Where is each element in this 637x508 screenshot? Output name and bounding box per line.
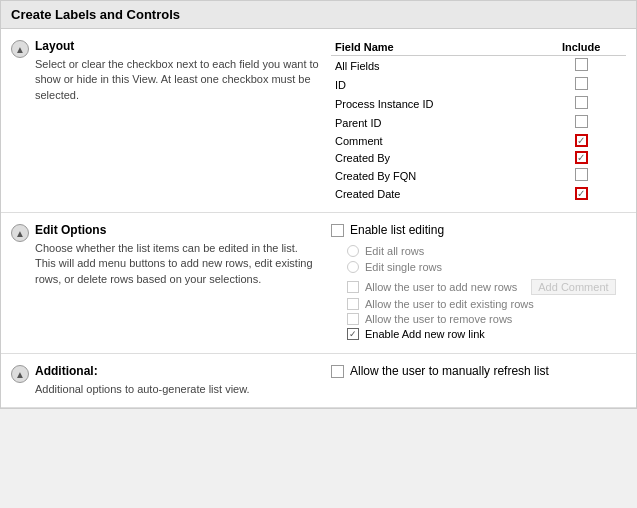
edit-options-section-right: Enable list editing Edit all rows Edit s… — [331, 223, 626, 343]
layout-section: ▲ Layout Select or clear the checkbox ne… — [1, 29, 636, 213]
table-row: Created By FQN — [331, 166, 626, 185]
edit-all-rows-radio[interactable] — [347, 245, 359, 257]
table-row: Created By✓ — [331, 149, 626, 166]
additional-section-left: ▲ Additional: Additional options to auto… — [11, 364, 321, 397]
edit-options-section-info: Edit Options Choose whether the list ite… — [35, 223, 321, 287]
remove-rows-checkbox[interactable] — [347, 313, 359, 325]
table-row: Comment✓ — [331, 132, 626, 149]
enable-list-row: Enable list editing — [331, 223, 626, 237]
layout-desc: Select or clear the checkbox next to eac… — [35, 57, 321, 103]
table-row: All Fields — [331, 56, 626, 76]
field-include-cell — [536, 166, 626, 185]
edit-options-section-left: ▲ Edit Options Choose whether the list i… — [11, 223, 321, 287]
add-new-rows-checkbox[interactable] — [347, 281, 359, 293]
field-table: Field Name Include All FieldsIDProcess I… — [331, 39, 626, 202]
field-name-cell: Comment — [331, 132, 536, 149]
field-include-cell: ✓ — [536, 185, 626, 202]
edit-existing-rows-label: Allow the user to edit existing rows — [365, 298, 534, 310]
edit-options-collapse-icon[interactable]: ▲ — [11, 224, 29, 242]
edit-options-sub-options: Edit all rows Edit single rows Allow the… — [331, 245, 626, 340]
add-new-rows-row: Allow the user to add new rows Add Comme… — [347, 279, 626, 295]
field-include-cell — [536, 113, 626, 132]
field-checkbox[interactable] — [575, 115, 588, 128]
field-name-cell: All Fields — [331, 56, 536, 76]
enable-list-checkbox[interactable] — [331, 224, 344, 237]
edit-all-rows-row: Edit all rows — [347, 245, 626, 257]
manual-refresh-row: Allow the user to manually refresh list — [331, 364, 626, 378]
additional-section-info: Additional: Additional options to auto-g… — [35, 364, 321, 397]
field-include-cell — [536, 56, 626, 76]
field-include-cell: ✓ — [536, 132, 626, 149]
additional-section: ▲ Additional: Additional options to auto… — [1, 354, 636, 408]
edit-options-section: ▲ Edit Options Choose whether the list i… — [1, 213, 636, 354]
edit-single-rows-label: Edit single rows — [365, 261, 442, 273]
table-row: Parent ID — [331, 113, 626, 132]
layout-section-left: ▲ Layout Select or clear the checkbox ne… — [11, 39, 321, 103]
additional-desc: Additional options to auto-generate list… — [35, 382, 321, 397]
edit-existing-rows-row: Allow the user to edit existing rows — [347, 298, 626, 310]
field-name-header: Field Name — [331, 39, 536, 56]
edit-options-title: Edit Options — [35, 223, 321, 237]
table-row: ID — [331, 75, 626, 94]
field-name-cell: Created By FQN — [331, 166, 536, 185]
field-include-cell — [536, 94, 626, 113]
edit-options-desc: Choose whether the list items can be edi… — [35, 241, 321, 287]
field-name-cell: ID — [331, 75, 536, 94]
field-checkbox-checked[interactable]: ✓ — [575, 187, 588, 200]
page-container: Create Labels and Controls ▲ Layout Sele… — [0, 0, 637, 409]
field-checkbox[interactable] — [575, 77, 588, 90]
remove-rows-label: Allow the user to remove rows — [365, 313, 512, 325]
field-include-cell: ✓ — [536, 149, 626, 166]
manual-refresh-label: Allow the user to manually refresh list — [350, 364, 549, 378]
field-checkbox[interactable] — [575, 58, 588, 71]
table-row: Process Instance ID — [331, 94, 626, 113]
additional-section-right: Allow the user to manually refresh list — [331, 364, 626, 378]
add-comment-button[interactable]: Add Comment — [531, 279, 615, 295]
include-header: Include — [536, 39, 626, 56]
field-name-cell: Parent ID — [331, 113, 536, 132]
add-new-row-link-label: Enable Add new row link — [365, 328, 485, 340]
layout-section-info: Layout Select or clear the checkbox next… — [35, 39, 321, 103]
edit-all-rows-label: Edit all rows — [365, 245, 424, 257]
field-checkbox-checked[interactable]: ✓ — [575, 134, 588, 147]
layout-collapse-icon[interactable]: ▲ — [11, 40, 29, 58]
field-checkbox[interactable] — [575, 96, 588, 109]
add-new-rows-label: Allow the user to add new rows — [365, 281, 517, 293]
additional-title: Additional: — [35, 364, 321, 378]
field-name-cell: Created By — [331, 149, 536, 166]
field-checkbox-checked[interactable]: ✓ — [575, 151, 588, 164]
layout-title: Layout — [35, 39, 321, 53]
field-checkbox[interactable] — [575, 168, 588, 181]
layout-section-right: Field Name Include All FieldsIDProcess I… — [331, 39, 626, 202]
table-row: Created Date✓ — [331, 185, 626, 202]
additional-collapse-icon[interactable]: ▲ — [11, 365, 29, 383]
edit-single-rows-radio[interactable] — [347, 261, 359, 273]
page-title: Create Labels and Controls — [1, 1, 636, 29]
checkbox-options-group: Allow the user to add new rows Add Comme… — [347, 279, 626, 340]
edit-single-rows-row: Edit single rows — [347, 261, 626, 273]
add-new-row-link-row: ✓ Enable Add new row link — [347, 328, 626, 340]
remove-rows-row: Allow the user to remove rows — [347, 313, 626, 325]
field-include-cell — [536, 75, 626, 94]
edit-existing-rows-checkbox[interactable] — [347, 298, 359, 310]
enable-list-label: Enable list editing — [350, 223, 444, 237]
add-new-row-link-checkbox[interactable]: ✓ — [347, 328, 359, 340]
manual-refresh-checkbox[interactable] — [331, 365, 344, 378]
field-name-cell: Created Date — [331, 185, 536, 202]
field-name-cell: Process Instance ID — [331, 94, 536, 113]
